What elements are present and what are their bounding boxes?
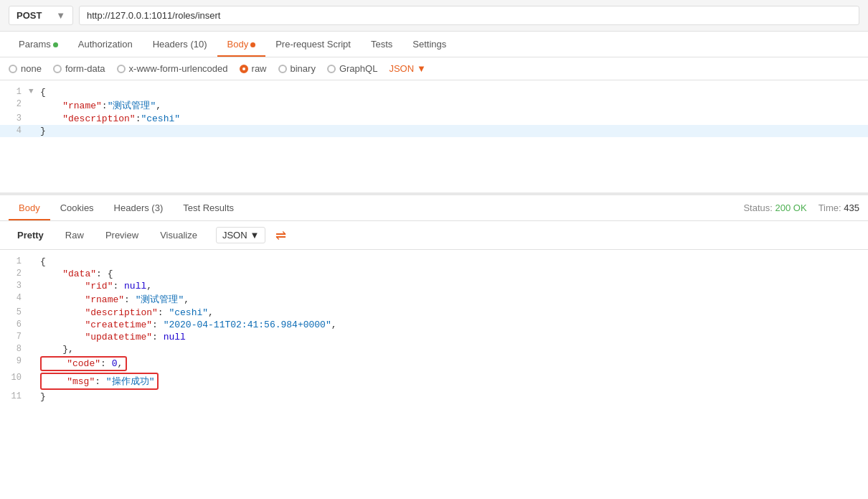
body-dot [250, 42, 255, 47]
resp-line-5: 5 "description": "ceshi", [0, 307, 868, 319]
resp-line-3: 3 "rid": null, [0, 280, 868, 292]
resp-line-9: 9 "code": 0, [0, 355, 868, 372]
resp-tab-cookies[interactable]: Cookies [50, 195, 104, 220]
tab-headers[interactable]: Headers (10) [143, 32, 217, 57]
resp-raw-btn[interactable]: Raw [57, 227, 93, 243]
tab-params[interactable]: Params [9, 32, 68, 57]
radio-binary [278, 65, 287, 73]
request-body-editor[interactable]: 1 ▼ { 2 "rname":"测试管理", 3 "description":… [0, 80, 868, 195]
response-status: Status: 200 OK Time: 435 [743, 202, 859, 213]
radio-urlencoded [117, 65, 126, 73]
method-label: POST [16, 10, 42, 21]
resp-format-dropdown[interactable]: JSON ▼ [216, 227, 266, 243]
response-section: Body Cookies Headers (3) Test Results St… [0, 195, 868, 409]
resp-tab-body[interactable]: Body [9, 195, 50, 220]
resp-tab-test-results[interactable]: Test Results [173, 195, 244, 220]
radio-raw [240, 65, 248, 73]
tab-authorization[interactable]: Authorization [68, 32, 143, 57]
resp-line-11: 11} [0, 391, 868, 403]
body-type-graphql[interactable]: GraphQL [327, 63, 377, 74]
radio-graphql [327, 65, 336, 73]
resp-pretty-btn[interactable]: Pretty [9, 227, 52, 243]
json-format-dropdown[interactable]: JSON ▼ [389, 63, 426, 74]
response-toolbar: Pretty Raw Preview Visualize JSON ▼ ⇌ [0, 221, 868, 250]
req-line-2: 2 "rname":"测试管理", [0, 98, 868, 113]
wrap-icon[interactable]: ⇌ [275, 228, 286, 243]
request-tab-bar: Params Authorization Headers (10) Body P… [0, 32, 868, 57]
body-type-urlencoded[interactable]: x-www-form-urlencoded [117, 63, 228, 74]
resp-visualize-btn[interactable]: Visualize [151, 227, 206, 243]
json-dropdown-chevron-icon: ▼ [417, 63, 426, 74]
resp-preview-btn[interactable]: Preview [97, 227, 147, 243]
url-input[interactable] [79, 6, 859, 25]
resp-format-chevron-icon: ▼ [250, 230, 260, 241]
body-type-form-data[interactable]: form-data [53, 63, 105, 74]
body-type-bar: none form-data x-www-form-urlencoded raw… [0, 57, 868, 80]
resp-line-8: 8 }, [0, 343, 868, 355]
resp-line-4: 4 "rname": "测试管理", [0, 292, 868, 307]
tab-pre-request[interactable]: Pre-request Script [265, 32, 361, 57]
response-tab-bar: Body Cookies Headers (3) Test Results St… [0, 195, 868, 221]
response-body: 1{2 "data": {3 "rid": null,4 "rname": "测… [0, 250, 868, 409]
req-line-1: 1 ▼ { [0, 86, 868, 98]
resp-line-10: 10 "msg": "操作成功" [0, 372, 868, 391]
params-dot [53, 42, 58, 47]
resp-line-7: 7 "updatetime": null [0, 331, 868, 343]
tab-body[interactable]: Body [217, 32, 266, 57]
method-select[interactable]: POST ▼ [9, 6, 73, 25]
req-line-4: 4 } [0, 125, 868, 137]
body-type-raw[interactable]: raw [240, 63, 267, 74]
resp-line-6: 6 "createtime": "2020-04-11T02:41:56.984… [0, 319, 868, 331]
resp-tab-headers[interactable]: Headers (3) [104, 195, 174, 220]
resp-line-2: 2 "data": { [0, 268, 868, 280]
body-type-none[interactable]: none [9, 63, 42, 74]
method-chevron-icon: ▼ [56, 10, 65, 21]
url-bar: POST ▼ [0, 0, 868, 32]
radio-form-data [53, 65, 62, 73]
req-line-3: 3 "description":"ceshi" [0, 113, 868, 125]
resp-line-1: 1{ [0, 256, 868, 268]
tab-settings[interactable]: Settings [402, 32, 456, 57]
tab-tests[interactable]: Tests [361, 32, 402, 57]
radio-none [9, 65, 17, 73]
status-label: Status: 200 OK [743, 202, 806, 213]
time-label: Time: 435 [819, 202, 859, 213]
body-type-binary[interactable]: binary [278, 63, 316, 74]
